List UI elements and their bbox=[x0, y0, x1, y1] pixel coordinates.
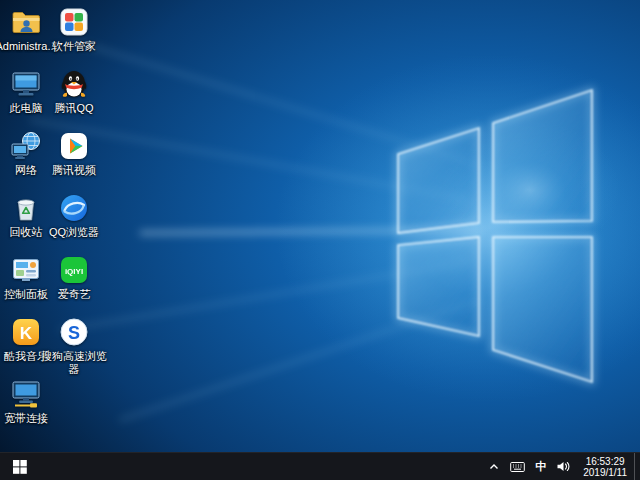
desktop-icon-label: 宽带连接 bbox=[0, 412, 62, 425]
volume-button[interactable] bbox=[551, 453, 576, 480]
windows-logo-icon bbox=[13, 460, 27, 474]
keyboard-icon bbox=[510, 461, 525, 473]
software-manager-icon bbox=[58, 6, 90, 38]
desktop-icon-qq-browser[interactable]: QQ浏览器 bbox=[48, 192, 100, 239]
hidden-icons-chevron[interactable] bbox=[483, 453, 505, 480]
clock-date: 2019/1/11 bbox=[583, 467, 627, 478]
kuwo-music-icon: K bbox=[10, 316, 42, 348]
svg-text:K: K bbox=[20, 324, 33, 343]
network-icon bbox=[10, 130, 42, 162]
show-desktop-button[interactable] bbox=[634, 453, 640, 480]
desktop-icon-label: 软件管家 bbox=[38, 40, 110, 53]
desktop-icon-tencent-video[interactable]: 腾讯视频 bbox=[48, 130, 100, 177]
ime-indicator[interactable]: 中 bbox=[530, 453, 551, 480]
control-panel-icon bbox=[10, 254, 42, 286]
tencent-video-icon bbox=[58, 130, 90, 162]
user-folder-icon bbox=[10, 6, 42, 38]
desktop-icon-label: 腾讯视频 bbox=[38, 164, 110, 177]
svg-text:S: S bbox=[68, 323, 80, 343]
qq-penguin-icon bbox=[58, 68, 90, 100]
desktop-icon-software-manager[interactable]: 软件管家 bbox=[48, 6, 100, 53]
desktop-icon-sogou-browser[interactable]: S 搜狗高速浏览器 bbox=[48, 316, 100, 376]
desktop-icon-broadband[interactable]: 宽带连接 bbox=[0, 378, 52, 425]
speaker-icon bbox=[556, 460, 571, 473]
qq-browser-icon bbox=[58, 192, 90, 224]
desktop-icon-label: 搜狗高速浏览器 bbox=[38, 350, 110, 376]
start-button[interactable] bbox=[0, 453, 40, 480]
iqiyi-icon: iQIYI bbox=[58, 254, 90, 286]
clock-time: 16:53:29 bbox=[583, 456, 627, 467]
recycle-bin-icon bbox=[10, 192, 42, 224]
desktop-icon-label: QQ浏览器 bbox=[38, 226, 110, 239]
desktop-icon-iqiyi[interactable]: iQIYI 爱奇艺 bbox=[48, 254, 100, 301]
sogou-browser-icon: S bbox=[58, 316, 90, 348]
touch-keyboard-button[interactable] bbox=[505, 453, 530, 480]
taskbar: 中 16:53:29 2019/1/11 bbox=[0, 452, 640, 480]
desktop-icon-label: 腾讯QQ bbox=[38, 102, 110, 115]
system-tray: 中 16:53:29 2019/1/11 bbox=[483, 453, 640, 480]
desktop-icon-label: 爱奇艺 bbox=[38, 288, 110, 301]
svg-text:iQIYI: iQIYI bbox=[65, 267, 83, 276]
desktop: Administra... 此电脑 网络 回收站 控制面板 K 酷我音乐 bbox=[0, 0, 640, 480]
chevron-up-icon bbox=[488, 461, 500, 473]
desktop-icon-tencent-qq[interactable]: 腾讯QQ bbox=[48, 68, 100, 115]
broadband-connection-icon bbox=[10, 378, 42, 410]
computer-icon bbox=[10, 68, 42, 100]
taskbar-clock[interactable]: 16:53:29 2019/1/11 bbox=[576, 456, 634, 478]
